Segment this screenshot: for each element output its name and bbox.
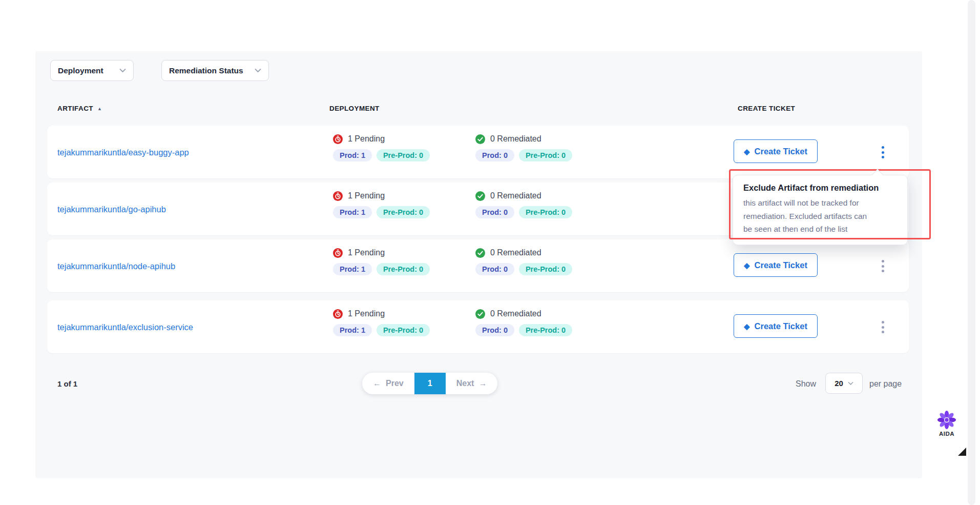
create-ticket-label: Create Ticket [755,321,807,331]
remediated-count-label: 0 Remediated [490,191,541,200]
prod-remediated-badge: Prod: 0 [475,206,514,218]
prod-pending-badge: Prod: 1 [333,206,372,218]
prev-page-button[interactable]: ← Prev [362,373,414,394]
arrow-right-icon: → [478,379,487,388]
artifact-link[interactable]: tejakummarikuntla/go-apihub [57,204,166,214]
preprod-remediated-badge: Pre-Prod: 0 [519,206,572,218]
prod-pending-badge: Prod: 1 [333,263,372,275]
app-screen: Deployment Remediation Status ARTIFACT ▲… [0,0,980,505]
table-row: tejakummarikuntla/node-apihub 1 Pending … [47,239,909,292]
page-summary: 1 of 1 [57,379,77,388]
jira-diamond-icon: ◆ [744,322,750,330]
preprod-remediated-badge: Pre-Prod: 0 [519,149,572,161]
preprod-pending-badge: Pre-Prod: 0 [377,206,430,218]
chevron-down-icon [119,68,126,73]
pending-clock-icon [333,248,343,258]
remediation-status-filter-dropdown[interactable]: Remediation Status [161,60,269,81]
deployment-filter-dropdown[interactable]: Deployment [50,60,134,81]
prod-pending-badge: Prod: 1 [333,149,372,161]
column-header-create-ticket: CREATE TICKET [738,105,795,112]
artifact-header-label: ARTIFACT [57,105,93,112]
remediation-status-filter-label: Remediation Status [169,66,243,75]
pending-count-label: 1 Pending [348,248,385,257]
create-ticket-button[interactable]: ◆ Create Ticket [734,253,818,277]
deployment-filter-label: Deployment [58,66,103,75]
pending-clock-icon [333,309,343,319]
remediated-status-group: 0 Remediated Prod: 0 Pre-Prod: 0 [475,190,572,218]
resize-handle-icon[interactable] [958,448,966,456]
sort-ascending-icon: ▲ [97,106,102,111]
column-header-artifact[interactable]: ARTIFACT ▲ [57,105,102,112]
page-number-active[interactable]: 1 [414,373,446,394]
show-label: Show [796,379,816,389]
create-ticket-label: Create Ticket [755,260,807,270]
prod-pending-badge: Prod: 1 [333,324,372,336]
preprod-pending-badge: Pre-Prod: 0 [377,263,430,275]
pending-status-group: 1 Pending Prod: 1 Pre-Prod: 0 [333,247,430,275]
preprod-remediated-badge: Pre-Prod: 0 [519,324,572,336]
pending-clock-icon [333,191,343,201]
column-header-deployment: DEPLOYMENT [329,105,380,112]
artifact-link[interactable]: tejakummarikuntla/easy-buggy-app [57,147,189,157]
pending-count-label: 1 Pending [348,309,385,318]
jira-diamond-icon: ◆ [744,148,750,155]
create-ticket-label: Create Ticket [755,147,807,156]
remediated-check-icon [475,134,485,144]
prod-remediated-badge: Prod: 0 [475,324,514,336]
remediated-count-label: 0 Remediated [490,309,541,318]
jira-diamond-icon: ◆ [744,261,750,269]
arrow-left-icon: ← [373,379,381,388]
row-actions-kebab-menu[interactable] [876,254,889,278]
chevron-down-icon [848,381,853,386]
preprod-remediated-badge: Pre-Prod: 0 [519,263,572,275]
prev-label: Prev [386,379,404,388]
remediated-check-icon [475,191,485,201]
preprod-pending-badge: Pre-Prod: 0 [377,149,430,161]
artifact-link[interactable]: tejakummarikuntla/exclusion-service [57,322,193,332]
create-ticket-button[interactable]: ◆ Create Ticket [734,139,818,163]
pending-clock-icon [333,134,343,144]
tooltip-body-line: be seen at then end of the list [743,223,897,236]
remediated-check-icon [475,248,485,258]
pending-status-group: 1 Pending Prod: 1 Pre-Prod: 0 [333,308,430,336]
aida-flower-logo-icon [937,410,956,430]
per-page-label: per page [869,379,902,389]
prod-remediated-badge: Prod: 0 [475,149,514,161]
remediated-status-group: 0 Remediated Prod: 0 Pre-Prod: 0 [475,247,572,275]
prod-remediated-badge: Prod: 0 [475,263,514,275]
remediated-count-label: 0 Remediated [490,248,541,257]
preprod-pending-badge: Pre-Prod: 0 [377,324,430,336]
exclude-artifact-tooltip: Exclude Artifact from remediation this a… [733,175,908,245]
tooltip-title: Exclude Artifact from remediation [743,183,897,193]
next-label: Next [456,379,474,388]
page-size-select[interactable]: 20 [825,373,863,394]
remediated-status-group: 0 Remediated Prod: 0 Pre-Prod: 0 [475,133,572,161]
pagination-control: ← Prev 1 Next → [362,373,497,394]
row-actions-kebab-menu[interactable] [876,315,889,339]
chevron-down-icon [255,68,261,73]
tooltip-body-line: remediation. Excluded artifacts can [743,210,897,223]
row-actions-kebab-menu[interactable] [876,140,889,165]
aida-label: AIDA [933,431,960,437]
remediated-count-label: 0 Remediated [490,134,541,144]
next-page-button[interactable]: Next → [446,373,498,394]
tooltip-body-line: this artifact will not be tracked for [743,196,897,210]
create-ticket-button[interactable]: ◆ Create Ticket [734,314,818,338]
page-size-value: 20 [835,379,843,388]
pending-count-label: 1 Pending [348,191,385,200]
table-row: tejakummarikuntla/exclusion-service 1 Pe… [47,300,909,353]
remediated-check-icon [475,309,485,319]
remediated-status-group: 0 Remediated Prod: 0 Pre-Prod: 0 [475,308,572,336]
remediation-panel: Deployment Remediation Status ARTIFACT ▲… [35,51,922,478]
vertical-scrollbar[interactable] [968,0,975,505]
pending-count-label: 1 Pending [348,134,385,144]
artifact-link[interactable]: tejakummarikuntla/node-apihub [57,261,175,271]
table-row: tejakummarikuntla/easy-buggy-app 1 Pendi… [47,126,909,178]
pending-status-group: 1 Pending Prod: 1 Pre-Prod: 0 [333,133,430,161]
pending-status-group: 1 Pending Prod: 1 Pre-Prod: 0 [333,190,430,218]
aida-assistant-widget[interactable]: AIDA [933,410,960,437]
